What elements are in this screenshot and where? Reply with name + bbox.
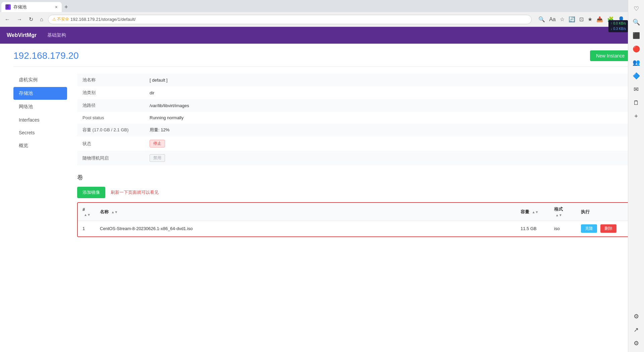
read-icon[interactable]: Aa bbox=[548, 15, 557, 24]
edge-sidebar-people[interactable]: 👥 bbox=[630, 56, 642, 69]
edge-sidebar-workspaces[interactable]: ⬛ bbox=[630, 30, 642, 42]
pool-path-label: 池路径 bbox=[77, 99, 144, 112]
col-header-size[interactable]: 容量 ▲▼ bbox=[516, 203, 549, 221]
tab-title: 存储池 bbox=[13, 4, 26, 10]
edge-sidebar-add[interactable]: + bbox=[630, 110, 642, 122]
pool-state-label: 状态 bbox=[77, 136, 144, 151]
volumes-header-row: # ▲▼ 名称 ▲▼ 容量 ▲▼ bbox=[78, 203, 630, 221]
security-warning: ⚠ 不安全 bbox=[52, 16, 69, 22]
pool-type-row: 池类别 dir bbox=[77, 86, 631, 99]
edge-sidebar-tools[interactable]: 🔴 bbox=[630, 43, 642, 55]
row-num: 1 bbox=[78, 221, 95, 236]
edge-sidebar-outlook[interactable]: 🔷 bbox=[630, 70, 642, 82]
pool-capacity-row: 容量 (17.0 GB / 2.1 GB) 用量: 12% bbox=[77, 124, 631, 136]
zoom-icon[interactable]: 🔍 bbox=[537, 15, 546, 24]
pool-path-value: /var/lib/libvirt/images bbox=[144, 99, 631, 112]
pool-autostart-button[interactable]: 禁用 bbox=[150, 154, 165, 162]
col-header-action: 执行 bbox=[576, 203, 630, 221]
bookmark-icon[interactable]: ☆ bbox=[558, 15, 566, 24]
home-button[interactable]: ⌂ bbox=[38, 15, 45, 24]
volumes-section-title: 卷 bbox=[77, 173, 631, 181]
nav-infrastructure[interactable]: 基础架构 bbox=[43, 32, 70, 38]
address-bar: ← → ↻ ⌂ ⚠ 不安全 192.168.179.21/storage/1/d… bbox=[0, 12, 644, 27]
edge-sidebar: ♡ 🔍 ⬛ 🔴 👥 🔷 ✉ 🗒 + ⚙ ↗ ⚙ bbox=[628, 0, 644, 352]
clone-button[interactable]: 克隆 bbox=[581, 224, 597, 233]
edge-sidebar-mail[interactable]: ✉ bbox=[630, 83, 642, 95]
sort-icon-size: ▲▼ bbox=[532, 210, 539, 214]
add-image-button[interactable]: 添加镜像 bbox=[77, 187, 105, 198]
edge-sidebar-search[interactable]: 🔍 bbox=[630, 16, 642, 28]
browser-frame: 🗄 存储池 × + ← → ↻ ⌂ ⚠ 不安全 192.168.179.21/s… bbox=[0, 0, 644, 352]
sidebar-item-storage[interactable]: 存储池 bbox=[13, 87, 67, 100]
tab-close-btn[interactable]: × bbox=[55, 4, 58, 10]
sidebar-item-vm[interactable]: 虚机实例 bbox=[13, 74, 67, 86]
pool-capacity-label: 容量 (17.0 GB / 2.1 GB) bbox=[77, 124, 144, 136]
sidebar-item-network[interactable]: 网络池 bbox=[13, 100, 67, 113]
address-input[interactable]: ⚠ 不安全 192.168.179.21/storage/1/default/ bbox=[48, 15, 532, 24]
url-text: 192.168.179.21/storage/1/default/ bbox=[70, 17, 136, 22]
refresh-button[interactable]: ↻ bbox=[27, 15, 35, 24]
tab-bar: 🗄 存储池 × + bbox=[0, 0, 644, 12]
sidebar-item-secrets[interactable]: Secrets bbox=[13, 127, 67, 139]
sidebar-item-interfaces[interactable]: Interfaces bbox=[13, 114, 67, 126]
network-up: ↑ 0.0 KB/s bbox=[610, 21, 626, 26]
pool-info-table: 池名称 [ default ] 池类别 dir 池路径 /var/lib/lib… bbox=[77, 74, 631, 165]
active-tab: 🗄 存储池 × bbox=[1, 2, 62, 12]
sort-icon-num: ▲▼ bbox=[84, 213, 91, 217]
row-name: CentOS-Stream-8-20230626.1-x86_64-dvd1.i… bbox=[95, 221, 516, 236]
edge-sidebar-settings3[interactable]: ⚙ bbox=[630, 337, 642, 349]
pool-state-cell: 停止 bbox=[144, 136, 631, 151]
row-format: iso bbox=[549, 221, 576, 236]
refresh-icon2[interactable]: 🔄 bbox=[567, 15, 577, 24]
new-tab-button[interactable]: + bbox=[62, 2, 71, 12]
app-brand: WebVirtMgr bbox=[7, 32, 37, 38]
back-button[interactable]: ← bbox=[3, 15, 12, 24]
edge-sidebar-notes[interactable]: 🗒 bbox=[630, 97, 642, 109]
network-down: ↓ 0.3 KB/s bbox=[610, 26, 626, 32]
content-layout: 虚机实例 存储池 网络池 Interfaces Secrets 概览 池名称 [… bbox=[13, 74, 631, 237]
volumes-toolbar: 添加镜像 刷新一下页面就可以看见 bbox=[77, 187, 631, 198]
page-title: 192.168.179.20 bbox=[13, 50, 79, 61]
pool-status-value: Running normally bbox=[144, 112, 631, 124]
pool-name-value: [ default ] bbox=[144, 74, 631, 86]
forward-button[interactable]: → bbox=[15, 15, 24, 24]
volumes-table: # ▲▼ 名称 ▲▼ 容量 ▲▼ bbox=[78, 203, 630, 236]
table-row: 1 CentOS-Stream-8-20230626.1-x86_64-dvd1… bbox=[78, 221, 630, 236]
pool-path-row: 池路径 /var/lib/libvirt/images bbox=[77, 99, 631, 112]
edge-sidebar-settings1[interactable]: ⚙ bbox=[630, 310, 642, 322]
pool-name-row: 池名称 [ default ] bbox=[77, 74, 631, 86]
pool-capacity-value: 用量: 12% bbox=[144, 124, 631, 136]
split-icon[interactable]: ⊡ bbox=[578, 15, 585, 24]
pool-status-row: Pool status Running normally bbox=[77, 112, 631, 124]
volumes-table-body: 1 CentOS-Stream-8-20230626.1-x86_64-dvd1… bbox=[78, 221, 630, 236]
favorites-icon[interactable]: ★ bbox=[586, 15, 594, 24]
delete-button[interactable]: 删除 bbox=[600, 224, 616, 233]
app-navbar: WebVirtMgr 基础架构 退出 bbox=[0, 27, 644, 44]
network-badge: ↑ 0.0 KB/s ↓ 0.3 KB/s bbox=[608, 20, 628, 32]
pool-status-label: Pool status bbox=[77, 112, 144, 124]
refresh-hint: 刷新一下页面就可以看见 bbox=[111, 189, 159, 195]
pool-stop-button[interactable]: 停止 bbox=[150, 140, 165, 147]
edge-sidebar-settings2[interactable]: ↗ bbox=[630, 324, 642, 336]
main-content: 192.168.179.20 New Instance 虚机实例 存储池 网络池… bbox=[0, 44, 644, 352]
row-actions: 克隆 删除 bbox=[576, 221, 630, 236]
col-header-num[interactable]: # ▲▼ bbox=[78, 203, 95, 221]
edge-sidebar-collections[interactable]: ♡ bbox=[630, 3, 642, 15]
pool-autostart-label: 随物理机同启 bbox=[77, 151, 144, 165]
pool-type-label: 池类别 bbox=[77, 86, 144, 99]
tab-favicon: 🗄 bbox=[5, 4, 11, 10]
col-header-format[interactable]: 格式 ▲▼ bbox=[549, 203, 576, 221]
sort-icon-format: ▲▼ bbox=[555, 213, 562, 217]
sidebar-item-overview[interactable]: 概览 bbox=[13, 139, 67, 152]
col-header-name[interactable]: 名称 ▲▼ bbox=[95, 203, 516, 221]
collections-icon[interactable]: 📥 bbox=[595, 15, 604, 24]
sidebar-nav: 虚机实例 存储池 网络池 Interfaces Secrets 概览 bbox=[13, 74, 67, 237]
volumes-table-head: # ▲▼ 名称 ▲▼ 容量 ▲▼ bbox=[78, 203, 630, 221]
sort-icon-name: ▲▼ bbox=[111, 210, 118, 214]
pool-name-label: 池名称 bbox=[77, 74, 144, 86]
volumes-table-wrapper: # ▲▼ 名称 ▲▼ 容量 ▲▼ bbox=[77, 202, 631, 237]
pool-state-row: 状态 停止 bbox=[77, 136, 631, 151]
pool-autostart-row: 随物理机同启 禁用 bbox=[77, 151, 631, 165]
new-instance-button[interactable]: New Instance bbox=[590, 50, 631, 61]
detail-panel: 池名称 [ default ] 池类别 dir 池路径 /var/lib/lib… bbox=[77, 74, 631, 237]
